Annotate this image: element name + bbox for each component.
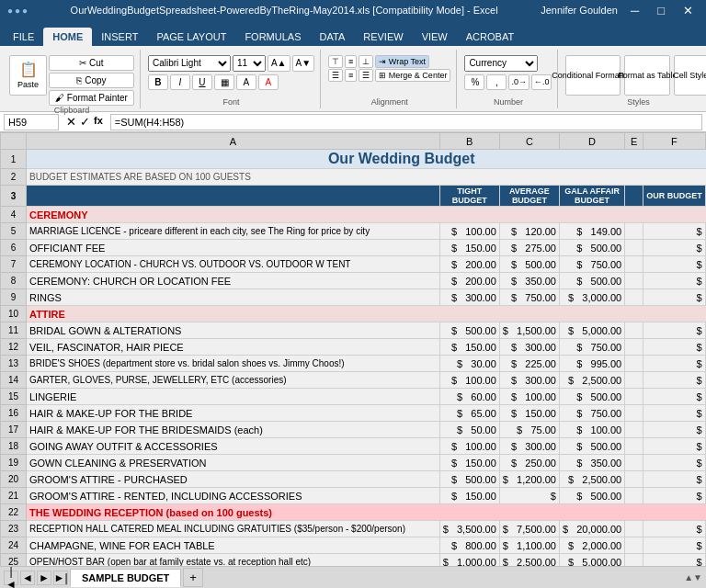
cell-c11[interactable]: $ 1,500.00 (499, 322, 559, 339)
cell-f18[interactable]: $ (643, 438, 706, 455)
row-header-18[interactable]: 18 (1, 438, 27, 455)
cell-e6[interactable] (625, 240, 643, 256)
font-color-button[interactable]: A (258, 74, 279, 90)
increase-decimal-button[interactable]: .0→ (508, 74, 530, 90)
cell-b8[interactable]: $ 200.00 (439, 273, 499, 289)
next-tab-button[interactable]: ► (37, 571, 51, 585)
col-header-a[interactable]: A (27, 133, 440, 150)
cell-d24[interactable]: $ 2,000.00 (559, 537, 624, 554)
cell-f7[interactable]: $ (643, 256, 706, 273)
cell-e21[interactable] (625, 488, 643, 504)
col-c-header[interactable]: AVERAGEBUDGET (499, 186, 559, 207)
cell-a9[interactable]: RINGS (27, 289, 440, 306)
cell-a25[interactable]: OPEN/HOST BAR (open bar at family estate… (27, 554, 440, 567)
merge-center-button[interactable]: ⊞ Merge & Center (375, 69, 450, 82)
cell-f5[interactable]: $ (643, 223, 706, 240)
row-header-23[interactable]: 23 (1, 521, 27, 537)
row-header-6[interactable]: 6 (1, 240, 27, 256)
cell-e12[interactable] (625, 339, 643, 356)
cell-b19[interactable]: $ 150.00 (439, 455, 499, 471)
cell-c18[interactable]: $ 300.00 (499, 438, 559, 455)
cell-b12[interactable]: $ 150.00 (439, 339, 499, 356)
row-header-11[interactable]: 11 (1, 322, 27, 339)
col-d-header[interactable]: GALA AFFAIRBUDGET (559, 186, 624, 207)
cell-a16[interactable]: HAIR & MAKE-UP FOR THE BRIDE (27, 405, 440, 422)
cell-f20[interactable]: $ (643, 471, 706, 488)
format-as-table-button[interactable]: Format as Table (624, 55, 670, 96)
cut-button[interactable]: ✂ Cut (49, 55, 134, 71)
cell-a6[interactable]: OFFICIANT FEE (27, 240, 440, 256)
cell-f6[interactable]: $ (643, 240, 706, 256)
cell-c6[interactable]: $ 275.00 (499, 240, 559, 256)
cell-c13[interactable]: $ 225.00 (499, 356, 559, 372)
tab-data[interactable]: DATA (311, 28, 355, 46)
font-size-select[interactable]: 11 (233, 55, 266, 72)
maximize-button[interactable]: □ (652, 4, 670, 17)
row-header-12[interactable]: 12 (1, 339, 27, 356)
row-header-10[interactable]: 10 (1, 306, 27, 322)
cell-f15[interactable]: $ (643, 389, 706, 405)
cell-d16[interactable]: $ 750.00 (559, 405, 624, 422)
row-header-5[interactable]: 5 (1, 223, 27, 240)
cell-a23[interactable]: RECEPTION HALL CATERED MEAL INCLUDING GR… (27, 521, 440, 537)
last-tab-button[interactable]: ►| (53, 571, 68, 585)
cell-e11[interactable] (625, 322, 643, 339)
cell-c5[interactable]: $ 120.00 (499, 223, 559, 240)
cell-d8[interactable]: $ 500.00 (559, 273, 624, 289)
cell-f24[interactable]: $ (643, 537, 706, 554)
row-header-4[interactable]: 4 (1, 207, 27, 223)
cancel-formula-icon[interactable]: ✕ (66, 115, 76, 129)
cell-a14[interactable]: GARTER, GLOVES, PURSE, JEWELLERY, ETC (a… (27, 372, 440, 389)
border-button[interactable]: ▦ (214, 74, 234, 90)
cell-b5[interactable]: $ 100.00 (439, 223, 499, 240)
sample-budget-tab[interactable]: SAMPLE BUDGET (70, 569, 181, 587)
tab-file[interactable]: FILE (4, 28, 43, 46)
cell-d19[interactable]: $ 350.00 (559, 455, 624, 471)
cell-e16[interactable] (625, 405, 643, 422)
row-header-15[interactable]: 15 (1, 389, 27, 405)
cell-d23[interactable]: $ 20,000.00 (559, 521, 624, 537)
cell-d15[interactable]: $ 500.00 (559, 389, 624, 405)
cell-b17[interactable]: $ 50.00 (439, 422, 499, 438)
conditional-formatting-button[interactable]: Conditional Formatting (565, 55, 621, 96)
align-middle-button[interactable]: ≡ (345, 55, 357, 68)
cell-a11[interactable]: BRIDAL GOWN & ALTERATIONS (27, 322, 440, 339)
align-bottom-button[interactable]: ⊥ (359, 55, 373, 68)
cell-e25[interactable] (625, 554, 643, 567)
cell-d9[interactable]: $ 3,000.00 (559, 289, 624, 306)
cell-b6[interactable]: $ 150.00 (439, 240, 499, 256)
row-header-7[interactable]: 7 (1, 256, 27, 273)
cell-reference-input[interactable] (4, 114, 59, 130)
cell-e15[interactable] (625, 389, 643, 405)
cell-b24[interactable]: $ 800.00 (439, 537, 499, 554)
cell-c17[interactable]: $ 75.00 (499, 422, 559, 438)
cell-d21[interactable]: $ 500.00 (559, 488, 624, 504)
close-button[interactable]: ✕ (678, 4, 699, 17)
col-header-d[interactable]: D (559, 133, 624, 150)
cell-c12[interactable]: $ 300.00 (499, 339, 559, 356)
row-header-8[interactable]: 8 (1, 273, 27, 289)
cell-e20[interactable] (625, 471, 643, 488)
row-header-2[interactable]: 2 (1, 169, 27, 186)
cell-d20[interactable]: $ 2,500.00 (559, 471, 624, 488)
col-header-c[interactable]: C (499, 133, 559, 150)
cell-b20[interactable]: $ 500.00 (439, 471, 499, 488)
cell-b14[interactable]: $ 100.00 (439, 372, 499, 389)
cell-f19[interactable]: $ (643, 455, 706, 471)
format-painter-button[interactable]: 🖌 Format Painter (49, 90, 134, 106)
cell-f23[interactable]: $ (643, 521, 706, 537)
col-header-e[interactable]: E (625, 133, 643, 150)
cell-e13[interactable] (625, 356, 643, 372)
underline-button[interactable]: U (192, 74, 212, 90)
cell-d5[interactable]: $ 149.00 (559, 223, 624, 240)
cell-e8[interactable] (625, 273, 643, 289)
ceremony-section-header[interactable]: CEREMONY (27, 207, 707, 223)
cell-a8[interactable]: CEREMONY: CHURCH OR LOCATION FEE (27, 273, 440, 289)
row-header-19[interactable]: 19 (1, 455, 27, 471)
tab-insert[interactable]: INSERT (92, 28, 147, 46)
cell-c25[interactable]: $ 2,500.00 (499, 554, 559, 567)
reception-section-header[interactable]: THE WEDDING RECEPTION (based on 100 gues… (27, 504, 707, 521)
cell-b9[interactable]: $ 300.00 (439, 289, 499, 306)
cell-e18[interactable] (625, 438, 643, 455)
cell-b23[interactable]: $ 3,500.00 (439, 521, 499, 537)
